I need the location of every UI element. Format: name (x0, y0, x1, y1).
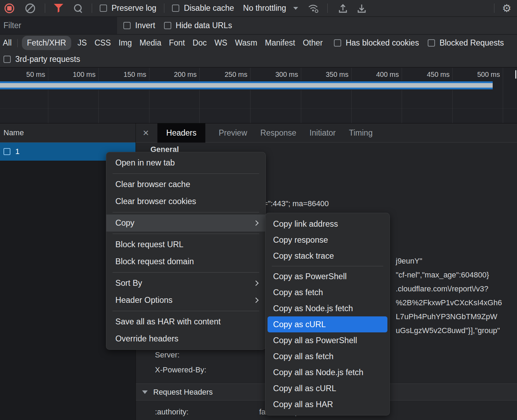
network-overview-timeline[interactable]: 50 ms 100 ms 150 ms 200 ms 250 ms 300 ms… (0, 68, 517, 123)
type-filter-js[interactable]: JS (77, 38, 87, 48)
request-headers-section-label: Request Headers (153, 388, 213, 397)
menu-item-block-request-domain[interactable]: Block request domain (106, 253, 265, 270)
menu-item-label: Copy (115, 218, 134, 228)
type-filter-css[interactable]: CSS (95, 38, 111, 48)
menu-item-copy[interactable]: Copy (106, 215, 265, 232)
type-filter-other[interactable]: Other (303, 38, 323, 48)
menu-item-header-options[interactable]: Header Options (106, 292, 265, 309)
menu-divider (113, 272, 259, 273)
third-party-requests-checkbox[interactable] (3, 56, 11, 63)
import-har-icon[interactable] (337, 3, 348, 14)
timeline-gridline (503, 68, 503, 123)
menu-item-clear-browser-cache[interactable]: Clear browser cache (106, 176, 265, 193)
tab-response[interactable]: Response (260, 128, 296, 138)
menu-item-block-request-url[interactable]: Block request URL (106, 236, 265, 253)
timeline-tick: 350 ms (314, 71, 348, 79)
type-filter-img[interactable]: Img (118, 38, 132, 48)
disable-cache-checkbox[interactable] (172, 5, 179, 12)
submenu-item-copy-all-as-fetch[interactable]: Copy all as fetch (265, 348, 389, 364)
type-filter-divider (17, 39, 18, 47)
menu-item-label: Block request URL (115, 240, 183, 249)
menu-item-label: Copy link address (273, 219, 338, 229)
toolbar-divider (164, 3, 164, 13)
network-toolbar: Preserve log Disable cache No throttling… (0, 0, 517, 17)
clear-network-log-button[interactable] (25, 3, 35, 13)
submenu-item-copy-all-as-har[interactable]: Copy all as HAR (265, 396, 389, 412)
network-conditions-icon[interactable] (308, 3, 320, 14)
disclosure-triangle-icon (142, 390, 148, 394)
blocked-requests-checkbox[interactable] (428, 39, 435, 47)
tab-headers[interactable]: Headers (157, 123, 206, 143)
timeline-tick: 300 ms (263, 71, 298, 79)
preserve-log-checkbox[interactable] (100, 5, 107, 12)
filter-toggle-icon[interactable] (54, 4, 63, 13)
menu-item-label: Sort By (115, 278, 142, 288)
filter-input[interactable]: Filter (0, 17, 117, 34)
menu-item-label: Copy as cURL (273, 320, 326, 329)
menu-item-label: Save all as HAR with content (115, 317, 221, 326)
tab-preview[interactable]: Preview (219, 128, 247, 138)
type-filter-font[interactable]: Font (169, 38, 185, 48)
type-filter-ws[interactable]: WS (214, 38, 227, 48)
menu-item-override-headers[interactable]: Override headers (106, 330, 265, 347)
menu-item-label: Copy all as Node.js fetch (273, 368, 363, 377)
settings-gear-icon[interactable]: ⚙ (502, 3, 511, 14)
timeline-tick: 200 ms (162, 71, 197, 79)
timeline-tick: 400 ms (364, 71, 399, 79)
menu-item-label: Copy all as cURL (273, 384, 336, 393)
submenu-item-copy-all-as-powershell[interactable]: Copy all as PowerShell (265, 332, 389, 348)
name-column-header[interactable]: Name (0, 123, 136, 143)
menu-item-label: Copy all as HAR (273, 400, 333, 409)
search-icon[interactable] (73, 3, 83, 13)
menu-item-clear-browser-cookies[interactable]: Clear browser cookies (106, 193, 265, 210)
x-powered-by-header-label: X-Powered-By: (155, 365, 206, 374)
close-icon[interactable]: × (143, 128, 149, 138)
submenu-item-copy-as-nodejs-fetch[interactable]: Copy as Node.js fetch (265, 300, 389, 316)
type-filter-all[interactable]: All (3, 38, 12, 48)
type-filter-doc[interactable]: Doc (192, 38, 207, 48)
hide-data-urls-checkbox[interactable] (164, 22, 171, 29)
menu-item-sort-by[interactable]: Sort By (106, 275, 265, 292)
menu-item-open-in-new-tab[interactable]: Open in new tab (106, 154, 265, 171)
menu-item-save-all-as-har[interactable]: Save all as HAR with content (106, 313, 265, 330)
submenu-item-copy-stack-trace[interactable]: Copy stack trace (265, 248, 389, 264)
has-blocked-cookies-checkbox[interactable] (334, 39, 341, 47)
submenu-item-copy-all-as-nodejs-fetch[interactable]: Copy all as Node.js fetch (265, 364, 389, 380)
blocked-requests-label: Blocked Requests (440, 38, 504, 48)
request-row-checkbox[interactable] (3, 148, 10, 155)
tab-initiator[interactable]: Initiator (310, 128, 336, 138)
hide-data-urls-label: Hide data URLs (176, 21, 232, 30)
submenu-item-copy-as-fetch[interactable]: Copy as fetch (265, 284, 389, 300)
tab-timing[interactable]: Timing (349, 128, 372, 138)
submenu-chevron-icon (253, 298, 259, 303)
timeline-gridline (149, 68, 149, 123)
context-menu: Open in new tab Clear browser cache Clea… (106, 152, 266, 350)
copy-submenu: Copy link address Copy response Copy sta… (265, 213, 390, 415)
menu-item-label: Copy as Node.js fetch (273, 304, 353, 313)
invert-checkbox[interactable] (123, 22, 131, 29)
type-filter-media[interactable]: Media (140, 38, 162, 48)
submenu-item-copy-all-as-curl[interactable]: Copy all as cURL (265, 380, 389, 396)
submenu-item-copy-response[interactable]: Copy response (265, 232, 389, 248)
menu-item-label: Block request domain (115, 257, 194, 266)
toolbar-divider (92, 3, 92, 13)
toolbar-divider (494, 3, 494, 13)
submenu-item-copy-as-curl[interactable]: Copy as cURL (268, 316, 387, 332)
submenu-item-copy-as-powershell[interactable]: Copy as PowerShell (265, 268, 389, 284)
timeline-tick: 100 ms (61, 71, 96, 79)
submenu-item-copy-link-address[interactable]: Copy link address (265, 216, 389, 232)
throttling-select[interactable]: No throttling (243, 3, 286, 13)
record-network-log-button[interactable] (5, 3, 14, 13)
overview-selection-bar[interactable] (0, 81, 493, 90)
third-party-requests-label: 3rd-party requests (15, 55, 80, 64)
chevron-down-icon[interactable] (293, 7, 298, 10)
export-har-icon[interactable] (356, 3, 367, 14)
type-filter-fetch-xhr[interactable]: Fetch/XHR (22, 36, 71, 50)
type-filter-wasm[interactable]: Wasm (235, 38, 257, 48)
request-type-filters: All Fetch/XHR JS CSS Img Media Font Doc … (0, 35, 517, 51)
response-header-value-fragments: j9eunY" "cf-nel","max_age":604800} .clou… (396, 254, 502, 338)
filter-bar: Filter Invert Hide data URLs (0, 17, 517, 34)
menu-item-label: Copy all as PowerShell (273, 336, 357, 345)
type-filter-manifest[interactable]: Manifest (265, 38, 295, 48)
timeline-tick: 450 ms (415, 71, 450, 79)
